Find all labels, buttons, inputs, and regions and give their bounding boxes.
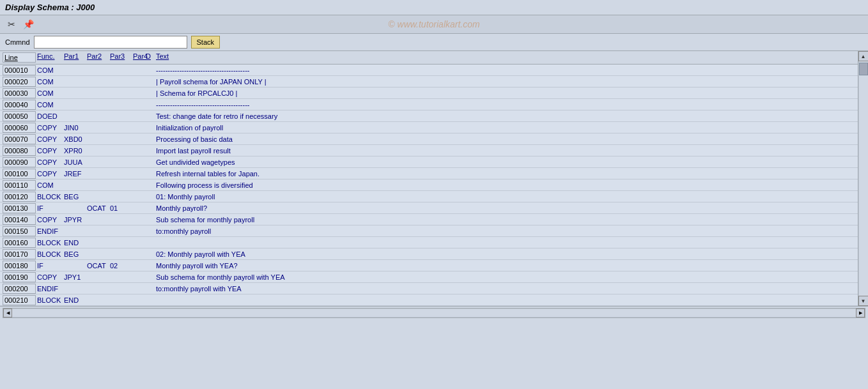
header-par3: Par3	[109, 52, 132, 63]
table-row[interactable]: 000090 COPY JUUA Get undivided wagetypes	[0, 156, 858, 168]
table-row[interactable]: 000190 COPY JPY1 Sub schema for monthly …	[0, 271, 858, 283]
table-row[interactable]: 000040 COM -----------------------------…	[0, 99, 858, 111]
table-row[interactable]: 000170 BLOCK BEG 02: Monthly payroll wit…	[0, 248, 858, 260]
cell-line-17: 000180	[3, 261, 36, 271]
table-row[interactable]: 000020 COM | Payroll schema for JAPAN ON…	[0, 76, 858, 88]
header-line: Line	[3, 52, 36, 63]
scissors-icon[interactable]: ✂	[5, 18, 18, 31]
cell-text-8: Get undivided wagetypes	[155, 158, 858, 166]
cell-line-15: 000160	[3, 238, 36, 248]
cell-text-5: Initialization of payroll	[155, 124, 858, 132]
cell-func-20: BLOCK	[36, 296, 63, 304]
cell-text-3: ----------------------------------------	[155, 101, 858, 109]
cell-par3-12: 01	[109, 204, 132, 212]
command-label: Cmmnd	[5, 38, 30, 46]
table-area: Line Func. Par1 Par2 Par3 Par4 D Text 00…	[0, 51, 858, 306]
horizontal-scrollbar: ◀ ▶	[3, 308, 865, 318]
table-row[interactable]: 000200 ENDIF to:monthly payroll with YEA	[0, 283, 858, 294]
main-container: Line Func. Par1 Par2 Par3 Par4 D Text 00…	[0, 51, 868, 306]
cell-par2-12: OCAT	[86, 204, 109, 212]
table-row[interactable]: 000100 COPY JREF Refresh internal tables…	[0, 168, 858, 179]
table-row[interactable]: 000010 COM -----------------------------…	[0, 65, 858, 76]
cell-func-13: COPY	[36, 216, 63, 224]
cell-func-18: COPY	[36, 273, 63, 281]
scroll-up-button[interactable]: ▲	[858, 51, 869, 61]
hscroll-track	[12, 309, 856, 317]
table-row[interactable]: 000180 IF OCAT 02 Monthly payroll with Y…	[0, 260, 858, 271]
cell-func-3: COM	[36, 101, 63, 109]
header-func: Func.	[36, 52, 63, 63]
table-row[interactable]: 000050 DOED Test: change date for retro …	[0, 111, 858, 122]
cell-func-5: COPY	[36, 124, 63, 132]
cell-func-12: IF	[36, 204, 63, 212]
cell-line-18: 000190	[3, 272, 36, 282]
cell-text-14: to:monthly payroll	[155, 227, 858, 235]
table-row[interactable]: 000120 BLOCK BEG 01: Monthly payroll	[0, 191, 858, 202]
cell-line-20: 000210	[3, 295, 36, 305]
scroll-right-button[interactable]: ▶	[856, 309, 865, 317]
cell-text-4: Test: change date for retro if necessary	[155, 112, 858, 120]
stack-button[interactable]: Stack	[191, 36, 221, 49]
cell-text-9: Refresh internal tables for Japan.	[155, 170, 858, 178]
table-row[interactable]: 000080 COPY XPR0 Import last payroll res…	[0, 145, 858, 156]
table-row[interactable]: 000130 IF OCAT 01 Monthly payroll?	[0, 202, 858, 214]
scroll-down-button[interactable]: ▼	[858, 296, 869, 306]
cell-text-0: ----------------------------------------	[155, 66, 858, 74]
cell-line-9: 000100	[3, 169, 36, 179]
scroll-left-button[interactable]: ◀	[3, 309, 12, 317]
cell-line-0: 000010	[3, 65, 36, 75]
table-row[interactable]: 000160 BLOCK END	[0, 237, 858, 248]
scroll-thumb[interactable]	[859, 63, 868, 75]
cell-text-19: to:monthly payroll with YEA	[155, 285, 858, 293]
cell-par1-6: XBD0	[63, 135, 86, 143]
cell-line-12: 000130	[3, 203, 36, 213]
cell-func-4: DOED	[36, 112, 63, 120]
cell-text-2: | Schema for RPCALCJ0 |	[155, 89, 858, 97]
cell-line-16: 000170	[3, 249, 36, 259]
cell-func-0: COM	[36, 66, 63, 74]
table-row[interactable]: 000140 COPY JPYR Sub schema for monthly …	[0, 214, 858, 225]
cell-line-5: 000060	[3, 123, 36, 133]
cell-par1-9: JREF	[63, 170, 86, 178]
header-text: Text	[155, 52, 858, 63]
command-input[interactable]	[34, 36, 187, 49]
cell-func-7: COPY	[36, 147, 63, 155]
table-row[interactable]: 000110 COM Following process is diversif…	[0, 179, 858, 191]
cell-text-13: Sub schema for monthly payroll	[155, 216, 858, 224]
header-par1: Par1	[63, 52, 86, 63]
cell-par1-5: JIN0	[63, 124, 86, 132]
table-row[interactable]: 000070 COPY XBD0 Processing of basic dat…	[0, 133, 858, 145]
table-row[interactable]: 000060 COPY JIN0 Initialization of payro…	[0, 122, 858, 133]
cell-text-1: | Payroll schema for JAPAN ONLY |	[155, 78, 858, 86]
cell-text-12: Monthly payroll?	[155, 204, 858, 212]
command-bar: Cmmnd Stack	[0, 34, 868, 51]
table-row[interactable]: 000210 BLOCK END	[0, 294, 858, 306]
cell-text-7: Import last payroll result	[155, 147, 858, 155]
cell-line-7: 000080	[3, 146, 36, 156]
cell-par3-17: 02	[109, 262, 132, 270]
cell-line-10: 000110	[3, 180, 36, 190]
cell-func-10: COM	[36, 181, 63, 189]
right-scrollbar: ▲ ▼	[858, 51, 868, 306]
pin-icon[interactable]: 📌	[22, 18, 35, 31]
cell-par2-17: OCAT	[86, 262, 109, 270]
cell-line-6: 000070	[3, 134, 36, 144]
cell-line-1: 000020	[3, 77, 36, 87]
data-rows: 000010 COM -----------------------------…	[0, 65, 858, 306]
cell-text-18: Sub schema for monthly payroll with YEA	[155, 273, 858, 281]
cell-par1-15: END	[63, 239, 86, 247]
cell-par1-13: JPYR	[63, 216, 86, 224]
cell-func-19: ENDIF	[36, 285, 63, 293]
cell-line-19: 000200	[3, 284, 36, 294]
cell-func-11: BLOCK	[36, 193, 63, 201]
table-row[interactable]: 000150 ENDIF to:monthly payroll	[0, 225, 858, 237]
table-row[interactable]: 000030 COM | Schema for RPCALCJ0 |	[0, 88, 858, 99]
cell-func-16: BLOCK	[36, 250, 63, 258]
cell-func-9: COPY	[36, 170, 63, 178]
bottom-bar: ◀ ▶	[0, 306, 868, 319]
cell-line-4: 000050	[3, 111, 36, 121]
cell-text-17: Monthly payroll with YEA?	[155, 262, 858, 270]
header-par4: Par4	[132, 52, 144, 63]
cell-line-3: 000040	[3, 100, 36, 110]
cell-func-17: IF	[36, 262, 63, 270]
